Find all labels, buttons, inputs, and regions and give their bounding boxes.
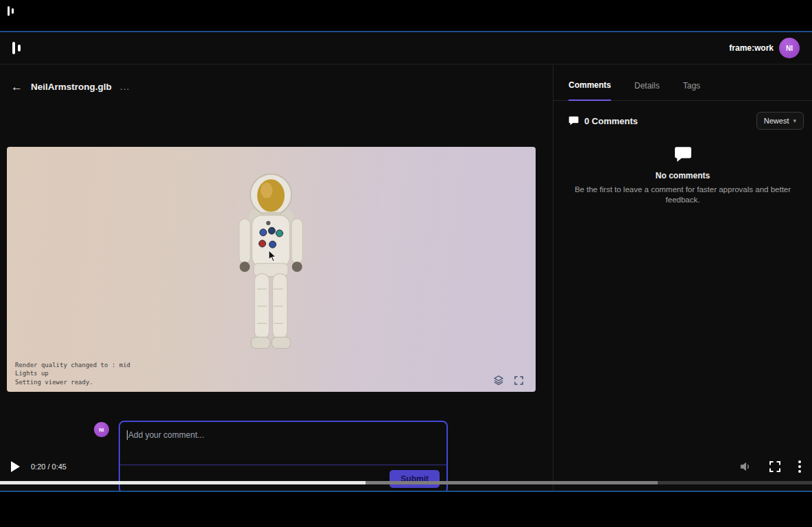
framework-logo-icon	[11, 40, 23, 56]
asset-section: ← NeilArmstrong.glb ...	[0, 65, 553, 491]
console-line: Setting viewer ready.	[15, 378, 130, 387]
comment-bubble-icon	[569, 116, 579, 126]
comments-panel: Comments Details Tags 0 Comments Newest …	[553, 65, 812, 491]
app-window: frame:work NI ← NeilArmstrong.glb ...	[0, 32, 812, 491]
model-viewer[interactable]: Render quality changed to : mid Lights u…	[7, 147, 536, 392]
user-avatar[interactable]: NI	[779, 38, 800, 58]
tab-tags[interactable]: Tags	[683, 81, 700, 100]
empty-bubble-icon	[674, 146, 692, 163]
letterbox-top	[0, 0, 812, 31]
volume-icon[interactable]	[739, 461, 752, 472]
back-button[interactable]: ←	[11, 81, 23, 93]
compose-avatar: NI	[94, 422, 109, 437]
file-bar: ← NeilArmstrong.glb ...	[11, 81, 130, 93]
sort-dropdown[interactable]: Newest ▾	[756, 112, 804, 130]
comment-placeholder: Add your comment...	[128, 430, 204, 440]
viewer-fullscreen-button[interactable]	[514, 376, 523, 385]
tab-details[interactable]: Details	[634, 81, 660, 100]
play-button[interactable]	[11, 461, 20, 472]
mouse-cursor-icon	[268, 250, 277, 262]
empty-state: No comments Be the first to leave a comm…	[553, 146, 812, 205]
brand-name: frame:work	[729, 43, 774, 53]
more-options-button[interactable]: ...	[120, 84, 130, 89]
tab-comments[interactable]: Comments	[569, 80, 611, 101]
panel-tabs: Comments Details Tags	[553, 65, 812, 101]
player-control-bar: 0:20 / 0:45	[0, 455, 812, 478]
empty-text: Be the first to leave a comment for fast…	[573, 185, 793, 205]
astronaut-model	[219, 158, 322, 377]
app-header: frame:work NI	[0, 32, 812, 65]
framework-mini-logo-icon	[7, 5, 16, 17]
comments-header: 0 Comments Newest ▾	[553, 101, 812, 130]
empty-title: No comments	[553, 171, 812, 180]
sort-label: Newest	[764, 117, 789, 125]
file-title: NeilArmstrong.glb	[31, 82, 112, 92]
player-menu-button[interactable]	[798, 460, 801, 473]
text-caret	[127, 430, 128, 440]
progress-played	[0, 481, 366, 484]
screen: frame:work NI ← NeilArmstrong.glb ...	[0, 0, 812, 527]
layers-button[interactable]	[494, 375, 503, 385]
fullscreen-button[interactable]	[769, 461, 780, 472]
time-display: 0:20 / 0:45	[31, 462, 67, 471]
letterbox-bottom	[0, 492, 812, 527]
console-line: Lights up	[15, 369, 130, 378]
comments-count: 0 Comments	[584, 116, 638, 126]
video-progress-bar[interactable]	[0, 481, 812, 484]
console-line: Render quality changed to : mid	[15, 361, 130, 370]
chevron-down-icon: ▾	[793, 117, 796, 124]
viewer-console-log: Render quality changed to : mid Lights u…	[15, 361, 130, 387]
